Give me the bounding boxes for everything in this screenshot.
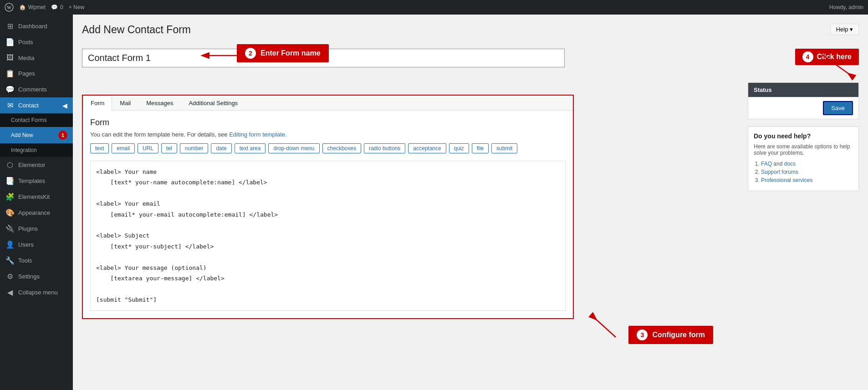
code-line-6: [text* your-subject] </label> [96,241,560,252]
support-forums-link[interactable]: Support forums [761,169,798,175]
tag-dropdown[interactable]: drop-down menu [268,143,319,153]
main-content: Add New Contact Form Help ▾ [73,15,868,390]
page-title: Add New Contact Form [82,24,191,36]
code-line-4: [email* your-email autocomplete:email] <… [96,209,560,220]
sidebar-label-tools: Tools [18,257,32,264]
add-new-badge: 1 [58,131,67,140]
right-sidebar: 4 Click here [740,49,859,326]
tag-number[interactable]: number [180,143,209,153]
tag-tel[interactable]: tel [161,143,177,153]
status-box-header: Status [748,83,858,97]
sidebar-item-integration[interactable]: Integration [0,143,73,157]
admin-bar: W 🏠 Wpmet 💬 0 + New Howdy, admin [0,0,868,15]
form-name-section: 2 Enter Form name [82,49,740,67]
save-button[interactable]: Save [823,101,853,115]
sidebar-item-tools[interactable]: 🔧 Tools [0,253,73,268]
tag-textarea[interactable]: text area [235,143,266,153]
tag-radio[interactable]: radio buttons [364,143,405,153]
code-line-8: [textarea your-message] </label> [96,273,560,284]
contact-arrow-icon: ◀ [62,102,67,109]
sidebar-item-media[interactable]: 🖼 Media [0,50,73,66]
editing-form-template-link[interactable]: Editing form template [229,131,285,138]
tools-icon: 🔧 [5,256,15,265]
collapse-icon: ◀ [5,288,15,297]
sidebar-item-appearance[interactable]: 🎨 Appearance [0,205,73,221]
step4-annotation: 4 Click here [748,49,859,65]
sidebar-label-users: Users [18,241,34,248]
form-body: Form You can edit the form template here… [83,111,573,318]
status-save-row: Save [748,97,858,119]
sidebar-item-comments[interactable]: 💬 Comments [0,81,73,97]
help-list: FAQ and docs Support forums Professional… [754,161,853,183]
form-tags: text email URL tel number date text area… [90,143,566,153]
svg-line-7 [822,55,854,78]
svg-text:W: W [7,5,11,10]
form-description: You can edit the form template here. For… [90,131,566,138]
tabs-bar: Form Mail Messages Additional Settings [83,96,573,111]
tag-text[interactable]: text [90,143,109,153]
docs-link[interactable]: docs [784,161,796,167]
content-with-sidebar: 2 Enter Form name Form Mail Messages Add… [82,49,859,326]
step4-num: 4 [802,51,813,62]
form-code-area[interactable]: <label> Your name [text* your-name autoc… [90,161,566,311]
code-line-5: <label> Subject [96,230,560,241]
sidebar-label-appearance: Appearance [18,209,50,216]
new-label: + New [69,4,84,10]
templates-icon: 📑 [5,177,15,185]
help-title: Do you need help? [754,132,853,140]
new-item[interactable]: + New [69,4,84,10]
sidebar-item-users[interactable]: 👤 Users [0,237,73,253]
help-list-item-2: Support forums [761,169,853,175]
tab-mail[interactable]: Mail [112,96,138,110]
professional-services-link[interactable]: Professional services [761,177,812,183]
content-area: 2 Enter Form name Form Mail Messages Add… [82,49,740,326]
sidebar-label-plugins: Plugins [18,225,38,232]
step3-num: 3 [637,329,648,340]
tag-url[interactable]: URL [138,143,158,153]
form-heading: Form [90,118,566,127]
sidebar-label-comments: Comments [18,86,47,93]
status-box: Status Save [748,82,859,119]
help-box: Do you need help? Here are some availabl… [748,127,859,191]
admin-greeting: Howdy, admin [829,4,863,10]
settings-icon: ⚙ [5,272,15,281]
tab-additional-settings[interactable]: Additional Settings [181,96,245,110]
sidebar-item-contact-forms[interactable]: Contact Forms [0,113,73,127]
sidebar-label-dashboard: Dashboard [18,23,47,30]
sidebar-item-contact[interactable]: ✉ Contact ◀ [0,97,73,113]
sidebar-item-settings[interactable]: ⚙ Settings [0,268,73,284]
page-header-row: Add New Contact Form Help ▾ [82,24,859,43]
sidebar-item-elementor[interactable]: ⬡ Elementor [0,157,73,173]
form-editor: Form Mail Messages Additional Settings F… [82,95,574,319]
sidebar-item-collapse[interactable]: ◀ Collapse menu [0,284,73,300]
comments-item[interactable]: 💬 0 [51,4,63,10]
tag-file[interactable]: file [472,143,489,153]
tag-submit[interactable]: submit [491,143,517,153]
code-line-2: [text* your-name autocomplete:name] </la… [96,177,560,187]
sidebar-item-dashboard[interactable]: ⊞ Dashboard [0,18,73,34]
sidebar-item-plugins[interactable]: 🔌 Plugins [0,221,73,237]
faq-link[interactable]: FAQ [761,161,772,167]
tag-email[interactable]: email [112,143,135,153]
sidebar-label-elementor: Elementor [18,162,45,168]
sidebar-item-pages[interactable]: 📋 Pages [0,66,73,81]
tag-checkboxes[interactable]: checkboxes [322,143,361,153]
tag-date[interactable]: date [211,143,231,153]
tab-messages[interactable]: Messages [138,96,181,110]
site-name-item[interactable]: 🏠 Wpmet [19,4,46,10]
tab-form[interactable]: Form [83,96,112,111]
sidebar-submenu-contact: Contact Forms Add New 1 Integration [0,113,73,157]
step2-num: 2 [245,48,256,59]
wp-logo-item[interactable]: W [5,3,14,12]
contact-icon: ✉ [5,101,15,110]
sidebar-item-elementskit[interactable]: 🧩 ElementsKit [0,189,73,205]
home-icon: 🏠 [19,4,26,10]
sidebar: ⊞ Dashboard 📄 Posts 🖼 Media 📋 Pages 💬 Co… [0,15,73,390]
tag-acceptance[interactable]: acceptance [408,143,446,153]
tag-quiz[interactable]: quiz [449,143,469,153]
help-button[interactable]: Help ▾ [830,24,859,35]
sidebar-item-templates[interactable]: 📑 Templates [0,173,73,189]
sidebar-item-posts[interactable]: 📄 Posts [0,34,73,50]
sidebar-item-add-new[interactable]: Add New 1 [0,127,73,143]
step2-callout: 2 Enter Form name [237,44,329,62]
